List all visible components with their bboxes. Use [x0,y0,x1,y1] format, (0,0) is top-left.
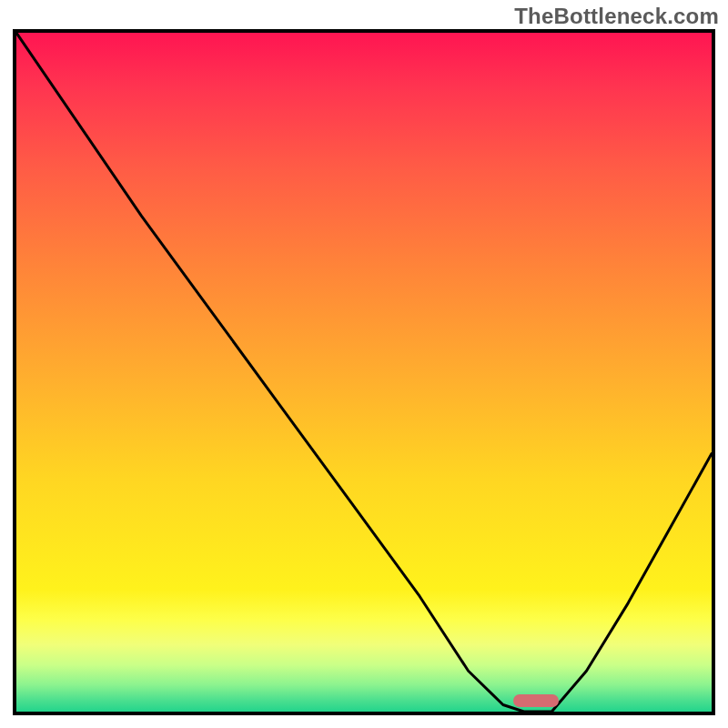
optimal-range-marker [513,694,559,707]
watermark-text: TheBottleneck.com [514,4,719,29]
plot-frame [13,29,715,715]
curve-layer [16,33,712,712]
chart-stage: TheBottleneck.com [0,0,728,728]
bottleneck-curve [16,33,712,712]
